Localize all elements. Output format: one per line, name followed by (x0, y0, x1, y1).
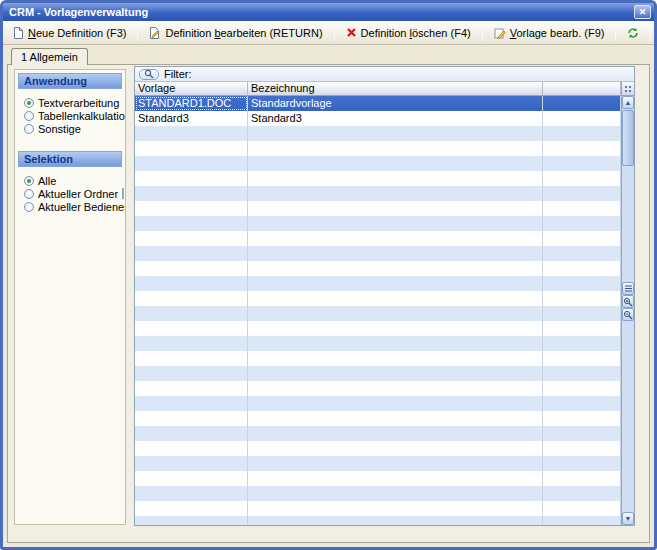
grid-cell[interactable] (543, 441, 621, 456)
grid-cell[interactable] (248, 126, 543, 141)
grid-cell[interactable] (135, 411, 248, 426)
grid-cell[interactable] (135, 456, 248, 471)
grid-row-empty[interactable] (135, 441, 621, 456)
row-view-icon[interactable] (622, 282, 634, 295)
grid-row-empty[interactable] (135, 261, 621, 276)
grid-cell[interactable] (248, 171, 543, 186)
grid-cell[interactable] (248, 501, 543, 516)
radio-button-icon[interactable] (24, 111, 34, 121)
scrollbar-thumb[interactable] (622, 110, 634, 166)
grid-cell[interactable] (543, 321, 621, 336)
grid-cell[interactable] (248, 486, 543, 501)
grid-row-standard3[interactable]: Standard3Standard3 (135, 111, 621, 126)
radio-option-aktueller-bediener[interactable]: Aktueller Bediener (15, 200, 125, 213)
radio-button-icon[interactable] (24, 98, 34, 108)
grid-cell[interactable] (543, 501, 621, 516)
grid-cell[interactable] (543, 156, 621, 171)
grid-cell[interactable] (135, 276, 248, 291)
grid-cell[interactable] (543, 456, 621, 471)
grid-row-empty[interactable] (135, 201, 621, 216)
grid-cell[interactable] (135, 471, 248, 486)
grid-cell[interactable] (248, 186, 543, 201)
grid-cell[interactable] (135, 141, 248, 156)
grid-cell[interactable] (248, 246, 543, 261)
grid-cell[interactable] (248, 216, 543, 231)
grid-cell[interactable] (135, 336, 248, 351)
grid-cell[interactable] (248, 411, 543, 426)
vertical-scrollbar[interactable]: ▲ ▼ (621, 96, 634, 525)
grid-cell[interactable] (543, 351, 621, 366)
grid-row-empty[interactable] (135, 216, 621, 231)
grid-row-empty[interactable] (135, 366, 621, 381)
grid-row-empty[interactable] (135, 171, 621, 186)
grid-cell[interactable] (543, 246, 621, 261)
grid-row-empty[interactable] (135, 456, 621, 471)
grid-cell[interactable]: STANDARD1.DOC (135, 96, 248, 111)
grid-cell[interactable] (248, 201, 543, 216)
grid-cell[interactable] (135, 441, 248, 456)
grid-cell[interactable] (543, 486, 621, 501)
grid-cell[interactable] (135, 486, 248, 501)
radio-option-sonstige[interactable]: Sonstige (15, 122, 125, 135)
grid-row-empty[interactable] (135, 516, 621, 525)
grid-cell[interactable] (543, 366, 621, 381)
zoom-in-icon[interactable] (622, 295, 634, 308)
grid-cell[interactable] (135, 366, 248, 381)
radio-option-textverarbeitung[interactable]: Textverarbeitung (15, 96, 125, 109)
grid-cell[interactable] (248, 396, 543, 411)
grid-cell[interactable] (248, 471, 543, 486)
grid-cell[interactable] (248, 306, 543, 321)
radio-button-icon[interactable] (24, 176, 34, 186)
grid-cell[interactable] (248, 441, 543, 456)
grid-cell[interactable] (248, 336, 543, 351)
grid-cell[interactable]: Standardvorlage (248, 96, 543, 111)
column-config-button[interactable] (621, 82, 634, 95)
grid-cell[interactable] (543, 471, 621, 486)
grid-cell[interactable] (135, 291, 248, 306)
grid-cell[interactable] (135, 186, 248, 201)
grid-cell[interactable] (248, 321, 543, 336)
grid-cell[interactable] (543, 126, 621, 141)
edit-template-button[interactable]: Vorlage bearb. (F9) (488, 23, 611, 42)
grid-row-empty[interactable] (135, 156, 621, 171)
grid-cell[interactable] (135, 216, 248, 231)
grid-cell[interactable] (543, 96, 621, 111)
grid-row-empty[interactable] (135, 141, 621, 156)
grid-cell[interactable] (248, 351, 543, 366)
scroll-down-button[interactable]: ▼ (622, 512, 634, 525)
grid-cell[interactable] (135, 396, 248, 411)
grid-cell[interactable] (543, 141, 621, 156)
scroll-up-button[interactable]: ▲ (622, 96, 634, 109)
radio-option-aktueller-ordner[interactable]: Aktueller Ordner (15, 187, 125, 200)
grid-row-empty[interactable] (135, 381, 621, 396)
close-button[interactable]: ✕ (634, 5, 651, 19)
grid-cell[interactable] (543, 201, 621, 216)
delete-definition-button[interactable]: Definition löschen (F4) (340, 23, 477, 42)
grid-row-empty[interactable] (135, 291, 621, 306)
grid-cell[interactable] (248, 291, 543, 306)
grid-cell[interactable] (135, 246, 248, 261)
column-header-extra[interactable] (543, 82, 621, 95)
radio-button-icon[interactable] (24, 202, 34, 212)
grid-cell[interactable] (135, 426, 248, 441)
radio-option-alle[interactable]: Alle (15, 174, 125, 187)
grid-row-empty[interactable] (135, 411, 621, 426)
grid-cell[interactable] (248, 456, 543, 471)
grid-cell[interactable] (248, 426, 543, 441)
grid-row-empty[interactable] (135, 351, 621, 366)
grid-row-empty[interactable] (135, 486, 621, 501)
grid-cell[interactable] (543, 261, 621, 276)
grid-cell[interactable] (248, 366, 543, 381)
grid-cell[interactable] (248, 141, 543, 156)
grid-cell[interactable] (543, 516, 621, 525)
grid-row-empty[interactable] (135, 306, 621, 321)
grid-row-standard1-doc[interactable]: STANDARD1.DOCStandardvorlage (135, 96, 621, 111)
grid-cell[interactable] (135, 156, 248, 171)
zoom-out-icon[interactable] (622, 308, 634, 321)
grid-cell[interactable] (248, 231, 543, 246)
grid-row-empty[interactable] (135, 471, 621, 486)
radio-button-icon[interactable] (24, 124, 34, 134)
grid-cell[interactable] (135, 321, 248, 336)
new-definition-button[interactable]: Neue Definition (F3) (7, 23, 132, 42)
current-folder-input[interactable] (122, 188, 124, 199)
